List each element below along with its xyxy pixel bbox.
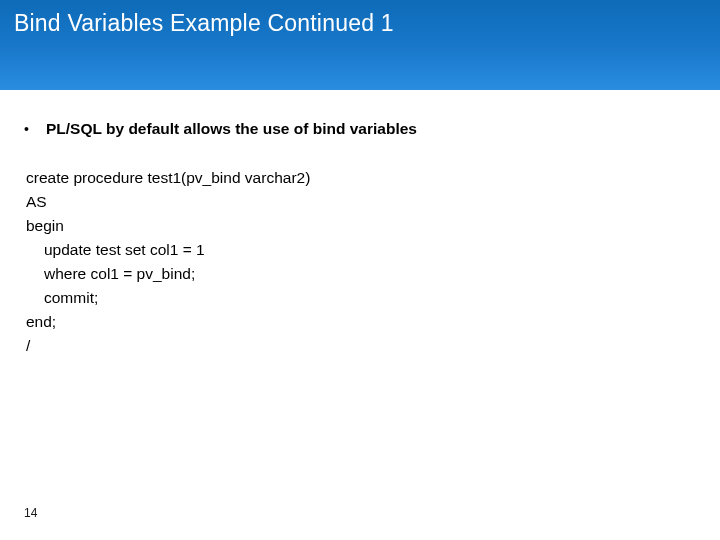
code-line: where col1 = pv_bind;	[26, 262, 698, 286]
bullet-text: PL/SQL by default allows the use of bind…	[46, 120, 417, 138]
code-line: AS	[26, 190, 698, 214]
code-line: end;	[26, 310, 698, 334]
header-band: Bind Variables Example Continued 1	[0, 0, 720, 90]
code-line: update test set col1 = 1	[26, 238, 698, 262]
code-block: create procedure test1(pv_bind varchar2)…	[22, 166, 698, 358]
content-area: • PL/SQL by default allows the use of bi…	[0, 90, 720, 358]
code-line: begin	[26, 214, 698, 238]
slide-title: Bind Variables Example Continued 1	[14, 10, 706, 37]
code-line: commit;	[26, 286, 698, 310]
code-line: create procedure test1(pv_bind varchar2)	[26, 166, 698, 190]
bullet-item: • PL/SQL by default allows the use of bi…	[22, 120, 698, 138]
page-number: 14	[24, 506, 37, 520]
code-line: /	[26, 334, 698, 358]
bullet-marker: •	[22, 122, 46, 136]
